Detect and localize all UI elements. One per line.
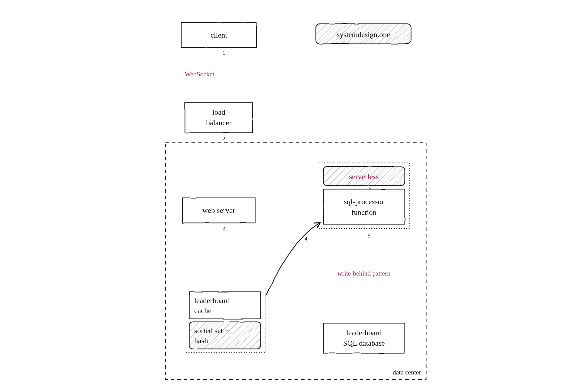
edge-4-num: 4 <box>305 235 307 242</box>
leaderboard-cache-node <box>189 292 261 319</box>
web-server-label: web server <box>203 206 235 214</box>
svg-rect-16 <box>323 323 405 353</box>
watermark-text: systemdesign.one <box>337 30 390 39</box>
leaderboard-cache-label-2: cache <box>194 306 211 315</box>
data-center-label: data center <box>393 369 421 376</box>
write-behind-annotation: write-behind pattern <box>337 270 391 277</box>
websocket-annotation: WebSocket <box>185 71 215 78</box>
load-balancer-node <box>185 103 253 133</box>
architecture-diagram: systemdesign.one client 1 WebSocket load… <box>0 0 578 392</box>
leaderboard-db-label-1: leaderboard <box>346 328 382 337</box>
sql-processor-label-2: function <box>351 208 376 216</box>
load-balancer-label-2: balancer <box>206 118 232 127</box>
edge-3-num: 3 <box>223 225 225 232</box>
svg-rect-10 <box>189 292 261 319</box>
load-balancer-label-1: load <box>212 108 225 116</box>
sql-processor-node <box>323 189 405 224</box>
svg-rect-14 <box>323 189 405 224</box>
sql-processor-label-1: sql-processor <box>344 197 384 206</box>
sorted-set-label-2: hash <box>194 336 208 345</box>
leaderboard-cache-label-1: leaderboard <box>194 296 230 305</box>
serverless-label: serverless <box>349 172 379 181</box>
edge-2-num: 2 <box>223 135 225 142</box>
leaderboard-db-label-2: SQL database <box>343 339 385 347</box>
edge-4 <box>266 223 320 296</box>
leaderboard-db-node <box>323 323 405 353</box>
svg-rect-4 <box>185 103 253 133</box>
edge-5-num: 5 <box>368 232 370 239</box>
svg-rect-11 <box>189 322 261 349</box>
sorted-set-label-1: sorted set + <box>194 326 229 335</box>
client-label: client <box>211 31 227 39</box>
sorted-set-hash-node <box>189 322 261 349</box>
edge-1-num: 1 <box>223 50 225 56</box>
